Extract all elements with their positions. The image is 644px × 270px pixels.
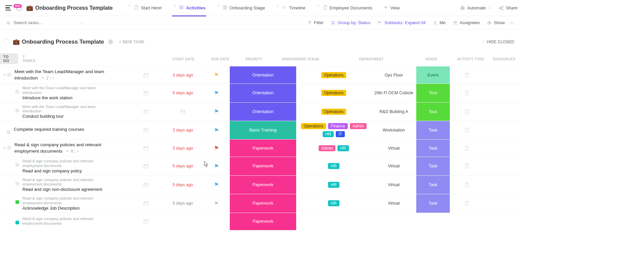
me-button[interactable]: Me [433,20,445,25]
due-date[interactable]: 5 days ago [172,182,193,187]
venue-cell[interactable]: Workstation [371,121,416,139]
resources-cell[interactable] [450,66,483,84]
stage-cell[interactable]: Paperwork [230,213,296,230]
priority-flag-icon[interactable]: ⚑ [214,108,219,115]
filter-button[interactable]: Filter [307,20,324,25]
stage-cell[interactable]: Orientation [230,66,296,84]
hide-closed-button[interactable]: HIDE CLOSED [481,40,514,44]
department-tag[interactable]: Operations [301,123,326,129]
document-icon[interactable] [464,90,470,96]
status-square[interactable] [7,130,10,134]
task-row[interactable]: Meet with the Team Lead/Manager and team… [0,84,521,102]
calendar-icon[interactable] [143,218,149,224]
department-cell[interactable]: HR [296,194,371,213]
task-row[interactable]: Complete required training courses3 days… [0,121,521,139]
priority-flag-icon[interactable]: ⚑ [214,145,219,151]
new-task-button[interactable]: + NEW TASK [119,40,144,44]
priority-cell[interactable]: ⚑ [203,66,230,84]
status-square[interactable] [15,182,19,185]
activity-cell[interactable]: Task [416,194,450,213]
activity-cell[interactable]: Tour [416,84,450,102]
col-department[interactable]: DEPARTMENT [334,57,409,61]
task-title[interactable]: Introduce the work station [22,95,110,100]
department-tag[interactable]: Operations [321,109,346,115]
priority-flag-icon[interactable]: ⚑ [214,200,219,207]
due-date-cell[interactable]: 5 days ago [163,194,203,213]
subtask-count[interactable]: 6 |+ [66,149,79,154]
activity-cell[interactable]: Task [416,121,450,139]
activity-cell[interactable]: Task [416,157,450,175]
col-stage[interactable]: ONBOARDING STAGE [267,57,334,61]
priority-cell[interactable]: ⚑ [203,176,230,194]
calendar-icon[interactable] [143,200,149,206]
show-button[interactable]: Show [487,20,505,25]
task-title[interactable]: Conduct building tour [22,114,110,119]
stage-cell[interactable]: Paperwork [230,157,296,175]
stage-cell[interactable]: Paperwork [230,194,296,213]
priority-cell[interactable]: ⚑ [203,84,230,102]
due-date-cell[interactable]: 5 days ago [163,157,203,175]
department-tag[interactable]: IT [336,131,345,137]
task-row[interactable]: Read & sign company policies and relevan… [0,213,521,230]
department-cell[interactable]: Operations [296,66,371,84]
calendar-icon[interactable] [143,109,149,115]
activity-cell[interactable]: Event [416,66,450,84]
document-icon[interactable] [464,109,470,115]
status-square[interactable] [15,90,19,94]
priority-cell[interactable]: ⚑ [203,194,230,213]
start-date-cell[interactable] [129,157,163,175]
priority-cell[interactable] [203,213,230,230]
document-icon[interactable] [464,145,470,151]
task-title[interactable]: Read and sign non-disclosure agreement [22,187,110,192]
col-start-date[interactable]: START DATE [167,57,200,61]
activity-cell[interactable]: Task [416,176,450,194]
start-date-cell[interactable] [129,66,163,84]
task-row[interactable]: Read & sign company policies and relevan… [0,194,521,213]
tab-timeline[interactable]: Timeline [271,0,310,16]
info-icon[interactable]: i [108,39,113,45]
department-tag[interactable]: HR [323,131,334,137]
task-row[interactable]: Meet with the Team Lead/Manager and team… [0,66,521,84]
task-row[interactable]: Meet with the Team Lead/Manager and team… [0,102,521,121]
automate-button[interactable]: Automate [460,5,492,11]
due-date[interactable]: 3 days ago [172,128,193,132]
resources-cell[interactable] [450,157,483,175]
resources-cell[interactable] [450,176,483,194]
venue-cell[interactable]: Virtual [371,140,416,157]
group-status-chip[interactable]: TO DO [0,53,18,64]
due-date[interactable]: 5 days ago [172,91,193,95]
stage-cell[interactable]: Paperwork [230,176,296,194]
department-cell[interactable]: Operations [296,84,371,102]
calendar-icon[interactable] [180,109,186,115]
department-cell[interactable] [296,213,371,230]
more-button[interactable] [509,20,514,25]
due-date-cell[interactable]: 3 days ago [163,140,203,157]
due-date[interactable]: 5 days ago [172,164,193,168]
department-tag[interactable]: Operations [321,72,346,78]
tab-stage[interactable]: Onboarding Stage [212,0,270,16]
start-date-cell[interactable] [129,84,163,102]
document-icon[interactable] [464,182,470,188]
task-title[interactable]: Complete required training courses [14,126,84,132]
col-resources[interactable]: RESOURCES [487,57,521,61]
start-date-cell[interactable] [129,213,163,230]
due-date[interactable]: 3 days ago [172,146,193,151]
venue-cell[interactable]: Virtual [371,176,416,194]
status-square[interactable] [15,109,19,112]
due-date-cell[interactable] [163,103,203,121]
collapse-icon[interactable] [3,73,7,77]
calendar-icon[interactable] [143,72,149,78]
groupby-button[interactable]: Group by: Status [331,20,371,25]
chevron-down-icon[interactable] [80,21,84,25]
stage-cell[interactable]: Paperwork [230,140,296,157]
col-priority[interactable]: PRIORITY [240,57,267,61]
resources-cell[interactable] [450,213,483,230]
list-title[interactable]: 💼 Onboarding Process Template i [13,38,113,45]
activity-cell[interactable]: Task [416,140,450,157]
task-row[interactable]: Read & sign company policies and relevan… [0,175,521,194]
resources-cell[interactable] [450,121,483,139]
search-input[interactable] [13,20,64,25]
venue-cell[interactable]: 20th Fl OCM Cubicle [371,84,416,102]
task-title[interactable]: Read & sign company policies and relevan… [14,142,115,154]
due-date-cell[interactable]: 5 days ago [163,84,203,102]
